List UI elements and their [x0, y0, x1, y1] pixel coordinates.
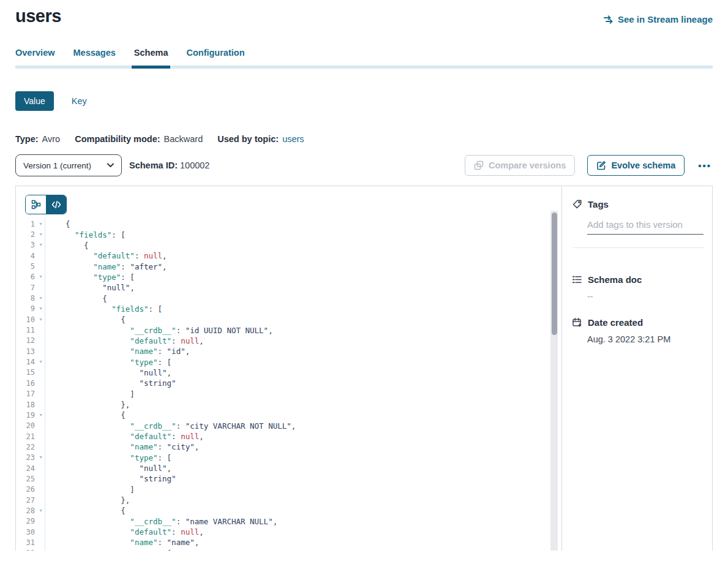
code-line: 24 "null",	[16, 463, 561, 473]
code-line-text: {	[45, 241, 89, 250]
code-line: 6▾ "type": [	[16, 272, 561, 282]
fold-arrow-icon[interactable]: ▾	[37, 508, 45, 513]
line-number: 9	[16, 304, 37, 313]
code-line: 11 "__crdb__": "id UUID NOT NULL",	[16, 325, 561, 335]
evolve-schema-button[interactable]: Evolve schema	[587, 155, 685, 176]
code-line-text: "default": null,	[45, 432, 204, 441]
code-line: 20 "__crdb__": "city VARCHAR NOT NULL",	[16, 421, 561, 431]
line-number: 7	[16, 284, 37, 292]
view-toggle	[25, 195, 67, 214]
code-line: 25 "string"	[16, 473, 561, 484]
fold-arrow-icon[interactable]: ▾	[37, 232, 45, 237]
date-created-value: Aug. 3 2022 3:21 PM	[587, 334, 704, 344]
evolve-schema-label: Evolve schema	[611, 160, 675, 170]
code-line-text: {	[45, 315, 126, 324]
code-line: 14▾ "type": [	[16, 356, 561, 367]
code-line-text: },	[45, 495, 130, 505]
tab-configuration[interactable]: Configuration	[186, 48, 244, 66]
line-number: 5	[16, 262, 37, 271]
code-line-text: "name": "name",	[45, 538, 199, 547]
fold-arrow-icon[interactable]: ▾	[37, 455, 45, 460]
editor-scrollbar[interactable]	[550, 211, 558, 551]
fold-arrow-icon[interactable]: ▾	[37, 243, 45, 247]
code-line: 32▾ "type": [	[16, 548, 561, 551]
fold-arrow-icon[interactable]: ▾	[37, 306, 45, 311]
code-line-text: "type": [	[45, 549, 171, 551]
date-created-heading-label: Date created	[588, 317, 643, 328]
tab-messages[interactable]: Messages	[73, 48, 116, 66]
line-gutter: 7	[16, 282, 45, 293]
code-line-text: "name": "after",	[45, 262, 167, 271]
code-line: 29 "__crdb__": "name VARCHAR NULL",	[16, 516, 561, 527]
code-line: 18 },	[16, 399, 561, 410]
code-line: 8▾ {	[16, 293, 561, 303]
compatibility-value: Backward	[164, 134, 203, 144]
line-gutter: 3▾	[16, 240, 45, 250]
editor-toolbar	[16, 186, 561, 214]
line-number: 32	[16, 549, 37, 551]
line-number: 1	[16, 220, 37, 228]
line-number: 14	[16, 358, 37, 366]
line-number: 27	[16, 496, 37, 505]
line-number: 18	[16, 401, 37, 409]
code-line: 23▾ "type": [	[16, 453, 561, 463]
line-gutter: 9▾	[16, 304, 45, 314]
fold-arrow-icon[interactable]: ▾	[37, 296, 45, 301]
fold-arrow-icon[interactable]: ▾	[37, 317, 45, 322]
stream-lineage-link[interactable]: See in Stream lineage	[603, 14, 713, 24]
version-select[interactable]: Version 1 (current)	[15, 154, 122, 176]
line-gutter: 1▾	[16, 219, 45, 229]
code-line-text: "fields": [	[45, 304, 162, 314]
code-line-text: "default": null,	[45, 527, 204, 537]
code-view-button[interactable]	[46, 195, 66, 214]
tab-schema[interactable]: Schema	[134, 48, 168, 66]
code-line-text: "type": [	[45, 273, 135, 282]
code-line-text: {	[45, 294, 107, 303]
add-tags-input[interactable]	[587, 218, 704, 235]
compare-versions-button[interactable]: Compare versions	[465, 155, 576, 176]
scrollbar-thumb[interactable]	[552, 213, 557, 335]
tags-heading: Tags	[572, 199, 704, 209]
code-viewport[interactable]: 1▾{2▾ "fields": [3▾ {4 "default": null,5…	[16, 219, 561, 551]
tree-view-button[interactable]	[26, 195, 46, 214]
code-line-text: "name": "city",	[45, 442, 199, 451]
tag-icon	[572, 199, 582, 209]
line-gutter: 29	[16, 516, 45, 527]
line-number: 31	[16, 538, 37, 547]
fold-arrow-icon[interactable]: ▾	[37, 222, 45, 227]
line-number: 13	[16, 347, 37, 356]
fold-arrow-icon[interactable]: ▾	[37, 413, 45, 418]
sidebar-divider	[572, 247, 704, 248]
code-line-text: "null",	[45, 283, 135, 292]
fold-arrow-icon[interactable]: ▾	[37, 360, 45, 364]
line-gutter: 24	[16, 463, 45, 473]
line-number: 2	[16, 230, 37, 239]
code-view-icon	[51, 200, 61, 209]
schema-doc-value: --	[587, 292, 704, 301]
line-number: 26	[16, 485, 37, 494]
compare-versions-label: Compare versions	[489, 160, 566, 170]
calendar-plus-icon	[572, 317, 582, 328]
topic-link[interactable]: users	[282, 134, 304, 144]
type-label: Type:	[15, 134, 39, 144]
code-line: 22 "name": "city",	[16, 442, 561, 452]
line-number: 11	[16, 326, 37, 334]
value-key-toggle: Value Key	[15, 91, 713, 111]
type-value: Avro	[42, 134, 61, 144]
line-number: 16	[16, 379, 37, 388]
line-number: 30	[16, 528, 37, 537]
line-gutter: 26	[16, 484, 45, 495]
line-number: 4	[16, 252, 37, 260]
line-gutter: 19▾	[16, 410, 45, 420]
version-select-value: Version 1 (current)	[23, 161, 91, 170]
line-gutter: 20	[16, 421, 45, 431]
more-options-button[interactable]: •••	[697, 161, 713, 170]
code-line-text: "string"	[45, 474, 176, 483]
code-line: 15 "null",	[16, 367, 561, 378]
code-line-text: {	[45, 219, 70, 228]
value-toggle-button[interactable]: Value	[15, 91, 54, 111]
key-toggle-button[interactable]: Key	[72, 96, 87, 106]
line-gutter: 25	[16, 473, 45, 484]
tab-overview[interactable]: Overview	[15, 48, 55, 66]
fold-arrow-icon[interactable]: ▾	[37, 274, 45, 279]
